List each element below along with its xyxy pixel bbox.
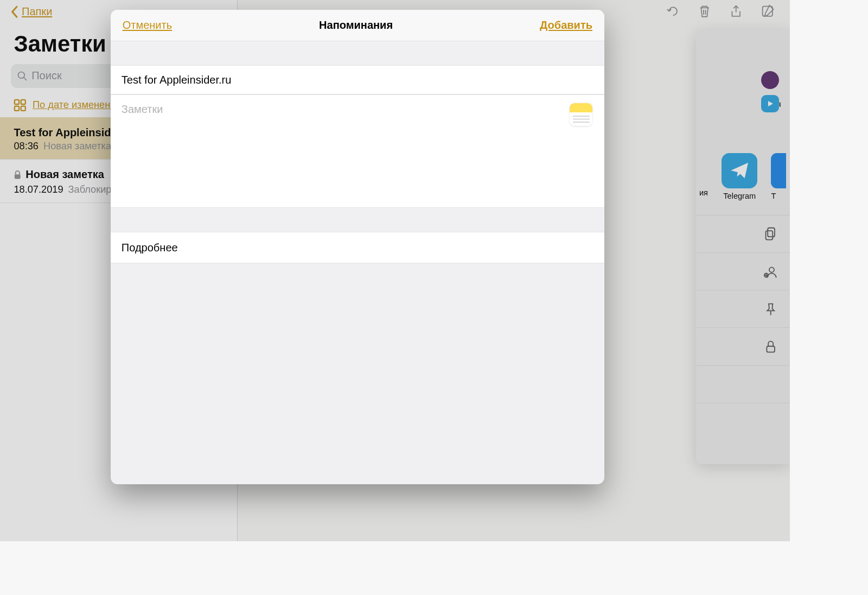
notes-placeholder: Заметки <box>122 103 163 115</box>
reminder-notes-input[interactable]: Заметки <box>111 94 604 208</box>
details-label: Подробнее <box>122 242 178 254</box>
add-button[interactable]: Добавить <box>540 19 592 31</box>
modal-title: Напоминания <box>319 19 393 31</box>
modal-header: Отменить Напоминания Добавить <box>111 10 604 41</box>
notes-app-icon <box>570 103 592 126</box>
reminder-title-input[interactable]: Test for Appleinsider.ru <box>111 65 604 94</box>
details-button[interactable]: Подробнее <box>111 232 604 263</box>
reminders-modal: Отменить Напоминания Добавить Test for A… <box>111 10 604 484</box>
cancel-button[interactable]: Отменить <box>123 19 172 31</box>
reminder-title-text: Test for Appleinsider.ru <box>122 74 232 86</box>
